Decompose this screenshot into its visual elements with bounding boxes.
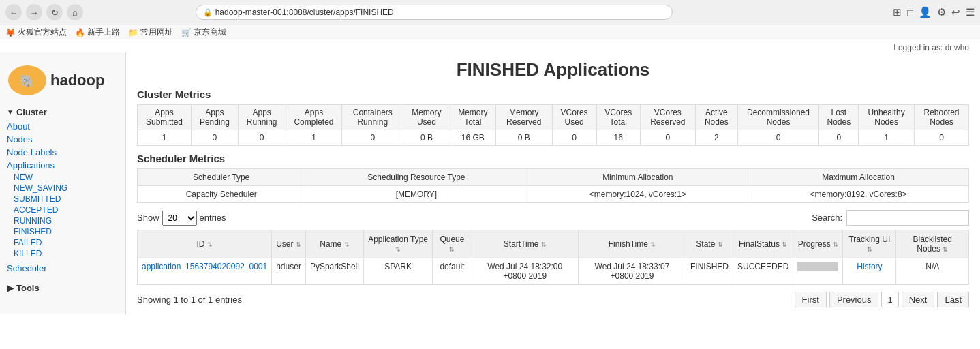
sidebar-item-failed[interactable]: FAILED: [14, 237, 125, 248]
bookmark-firefox[interactable]: 🦊 火狐官方站点: [5, 27, 67, 38]
sidebar-item-scheduler[interactable]: Scheduler: [0, 262, 125, 275]
page-title: FINISHED Applications: [137, 59, 969, 80]
browser-toolbar: ← → ↻ ⌂ 🔒 hadoop-master-001:8088/cluster…: [0, 0, 980, 25]
cm-val-15: 0: [915, 130, 969, 146]
url-bar[interactable]: 🔒 hadoop-master-001:8088/cluster/apps/FI…: [196, 5, 673, 20]
bookmark-newuser[interactable]: 🔥 新手上路: [75, 27, 120, 38]
bookmark-jd[interactable]: 🛒 京东商城: [181, 27, 226, 38]
th-name[interactable]: Name ⇅: [305, 230, 363, 258]
th-id[interactable]: ID ⇅: [138, 230, 272, 258]
table-cell: Wed Jul 24 18:33:07 +0800 2019: [578, 258, 686, 285]
cm-val-13: 0: [819, 130, 859, 146]
cm-header-10: VCores Reserved: [640, 105, 695, 130]
sort-apptype-icon: ⇅: [395, 246, 401, 253]
sidebar-item-new-saving[interactable]: NEW_SAVING: [14, 183, 125, 194]
cm-val-4: 0: [342, 130, 403, 146]
sidebar-item-submitted[interactable]: SUBMITTED: [14, 194, 125, 204]
th-blacklisted[interactable]: Blacklisted Nodes ⇅: [896, 230, 969, 258]
show-entries-select[interactable]: 20 50 100: [162, 211, 197, 226]
tracking-ui-link[interactable]: History: [857, 262, 882, 271]
profile-icon[interactable]: 👤: [919, 6, 932, 18]
cm-val-7: 0 B: [496, 130, 552, 146]
sidebar-tools-header[interactable]: ▶ Tools: [0, 280, 125, 296]
cm-val-9: 16: [596, 130, 640, 146]
th-finish-time[interactable]: FinishTime ⇅: [578, 230, 686, 258]
back-arrow-icon[interactable]: ↩: [951, 6, 960, 18]
table-controls: Show 20 50 100 entries Search:: [137, 210, 969, 226]
cm-val-3: 1: [286, 130, 342, 146]
cm-val-8: 0: [552, 130, 596, 146]
lock-icon: 🔒: [203, 8, 213, 17]
cluster-metrics-table: Apps Submitted Apps Pending Apps Running…: [137, 104, 969, 146]
th-tracking-ui[interactable]: Tracking UI ⇅: [843, 230, 896, 258]
table-cell: hduser: [272, 258, 306, 285]
app-id-link[interactable]: application_1563794020092_0001: [142, 262, 267, 271]
back-button[interactable]: ←: [5, 4, 22, 20]
table-cell: SPARK: [363, 258, 432, 285]
cm-header-11: Active Nodes: [695, 105, 737, 130]
sidebar-item-node-labels[interactable]: Node Labels: [0, 146, 125, 159]
sort-user-icon: ⇅: [296, 241, 301, 248]
th-progress[interactable]: Progress ⇅: [793, 230, 843, 258]
sidebar-item-finished[interactable]: FINISHED: [14, 226, 125, 237]
th-final-status[interactable]: FinalStatus ⇅: [733, 230, 793, 258]
table-cell: SUCCEEDED: [733, 258, 793, 285]
th-state[interactable]: State ⇅: [686, 230, 733, 258]
first-page-button[interactable]: First: [795, 292, 827, 307]
next-page-button[interactable]: Next: [902, 292, 935, 307]
cm-header-3: Apps Completed: [286, 105, 342, 130]
last-page-button[interactable]: Last: [937, 292, 969, 307]
cm-header-9: VCores Total: [596, 105, 640, 130]
home-button[interactable]: ⌂: [67, 4, 83, 20]
table-cell: default: [433, 258, 472, 285]
login-info: Logged in as: dr.who: [0, 40, 980, 52]
sort-progress-icon: ⇅: [833, 241, 838, 248]
grid-icon[interactable]: ⊞: [893, 6, 902, 18]
tab-icon[interactable]: □: [907, 7, 913, 18]
th-user[interactable]: User ⇅: [272, 230, 306, 258]
previous-page-button[interactable]: Previous: [829, 292, 879, 307]
sort-id-icon: ⇅: [207, 241, 213, 248]
sort-starttime-icon: ⇅: [541, 241, 547, 248]
sidebar-item-applications[interactable]: Applications: [0, 159, 125, 172]
hadoop-logo-icon: 🐘: [7, 63, 48, 97]
sidebar-item-killed[interactable]: KILLED: [14, 248, 125, 259]
cluster-arrow-icon: ▼: [7, 108, 14, 116]
showing-text: Showing 1 to 1 of 1 entries: [137, 294, 242, 305]
table-cell: PySparkShell: [305, 258, 363, 285]
sidebar: 🐘 hadoop ▼ Cluster About Nodes Node Labe…: [0, 52, 126, 314]
cm-header-0: Apps Submitted: [138, 105, 192, 130]
table-footer: Showing 1 to 1 of 1 entries First Previo…: [137, 292, 969, 307]
cm-val-11: 2: [695, 130, 737, 146]
progress-bar: [797, 262, 838, 271]
bookmark-common[interactable]: 📁 常用网址: [128, 27, 173, 38]
show-entries-area: Show 20 50 100 entries: [137, 211, 226, 226]
sidebar-item-accepted[interactable]: ACCEPTED: [14, 204, 125, 215]
table-cell: History: [843, 258, 896, 285]
reload-button[interactable]: ↻: [46, 4, 63, 20]
sort-blacklisted-icon: ⇅: [943, 246, 948, 253]
scheduler-metrics-table: Scheduler Type Scheduling Resource Type …: [137, 168, 969, 203]
sidebar-item-running[interactable]: RUNNING: [14, 215, 125, 226]
th-app-type[interactable]: Application Type ⇅: [363, 230, 432, 258]
table-row: application_1563794020092_0001hduserPySp…: [138, 258, 969, 285]
sidebar-item-new[interactable]: NEW: [14, 172, 125, 183]
sm-val-2: <memory:1024, vCores:1>: [527, 186, 748, 203]
current-page-indicator: 1: [881, 292, 898, 307]
sm-val-3: <memory:8192, vCores:8>: [748, 186, 969, 203]
sidebar-app-sublinks: NEW NEW_SAVING SUBMITTED ACCEPTED RUNNIN…: [0, 172, 125, 259]
cm-header-6: Memory Total: [450, 105, 495, 130]
entries-label: entries: [200, 213, 226, 223]
search-input[interactable]: [846, 210, 969, 226]
sidebar-item-about[interactable]: About: [0, 120, 125, 133]
th-queue[interactable]: Queue ⇅: [433, 230, 472, 258]
sidebar-item-nodes[interactable]: Nodes: [0, 133, 125, 146]
show-label: Show: [137, 213, 159, 223]
cm-header-8: VCores Used: [552, 105, 596, 130]
th-start-time[interactable]: StartTime ⇅: [472, 230, 578, 258]
table-cell: N/A: [896, 258, 969, 285]
forward-button[interactable]: →: [26, 4, 42, 20]
menu-icon[interactable]: ☰: [966, 6, 975, 18]
settings-icon[interactable]: ⚙: [937, 6, 946, 18]
sidebar-cluster-header[interactable]: ▼ Cluster: [0, 104, 125, 120]
